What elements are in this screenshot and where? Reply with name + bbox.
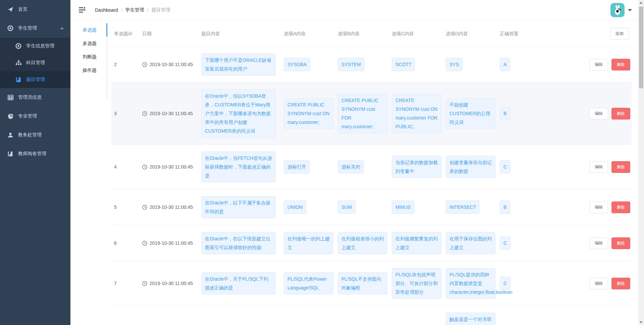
question-content-tag: 在Oracle中，你以SYSDBA登录，CUSTOMER表位于Mary用户方案中… (201, 89, 276, 138)
breadcrumb-current: 题目管理 (151, 7, 170, 13)
sidebar-item-label: 专业管理 (18, 113, 37, 119)
edit-button[interactable]: 编辑 (589, 108, 608, 120)
table-row: 2 2019-10-30 11:00:45 下面哪个用户不是ORACLE缺省安装… (111, 46, 632, 82)
scrollbar-down-arrow-icon[interactable] (640, 321, 642, 323)
tab-single-choice[interactable]: 单选题 (70, 23, 107, 37)
column-header-id: 单选题id (111, 31, 142, 37)
sidebar-item-admin-info[interactable]: 管理员信息 (0, 88, 70, 107)
column-header-answer: 正确答案 (500, 31, 537, 37)
user-avatar[interactable] (610, 3, 625, 17)
correct-answer-tag: C (500, 236, 511, 250)
delete-button[interactable]: 删除 (611, 108, 630, 120)
sidebar-item-label: 科目管理 (26, 60, 45, 66)
vertical-scrollbar[interactable] (638, 0, 644, 325)
question-id: 6 (111, 240, 142, 246)
table-icon (7, 94, 13, 100)
option-d-tag: INTERSECT (446, 200, 480, 214)
breadcrumb-dashboard[interactable]: Dashboard (95, 7, 118, 13)
breadcrumb-separator: / (147, 7, 148, 13)
table-row: 8 2019-10-30 11:00:45 在Oracle中，关于触发器的描述正… (111, 306, 632, 325)
paper-plane-icon (7, 6, 13, 12)
question-date-cell: 2019-10-30 11:00:45 (142, 164, 201, 170)
user-icon (7, 132, 13, 138)
tab-multi-choice[interactable]: 多选题 (70, 37, 107, 50)
table-body: 2 2019-10-30 11:00:45 下面哪个用户不是ORACLE缺省安装… (111, 46, 632, 325)
delete-button[interactable]: 删除 (611, 201, 630, 213)
sidebar-item-major-mgmt[interactable]: 专业管理 (0, 107, 70, 126)
sidebar: 首页 学生管理 学生信息管理 (0, 0, 70, 325)
option-a-tag: 在列值唯一的列上建立 (284, 232, 333, 254)
question-id: 4 (111, 164, 142, 170)
compass-icon (15, 43, 21, 49)
hamburger-icon[interactable] (79, 7, 86, 13)
book-icon (15, 77, 21, 83)
sidebar-item-label: 学生信息管理 (26, 43, 54, 49)
question-id: 2 (111, 62, 142, 67)
edit-button[interactable]: 编辑 (589, 161, 608, 173)
top-header: Dashboard / 学生管理 / 题目管理 (70, 0, 644, 20)
option-c-tag: 在列值频繁重复的列上建立 (392, 232, 441, 254)
scrollbar-up-arrow-icon[interactable] (640, 2, 642, 4)
scrollbar-thumb[interactable] (639, 7, 643, 88)
question-content-tag: 在Oracle中，以下不属于集合操作符的是 (201, 196, 276, 218)
edit-button[interactable]: 编辑 (589, 278, 608, 289)
question-type-tabs: 单选题 多选题 判断题 操作题 (70, 20, 107, 325)
option-d-tag: 创建变量保存当前记录的数据 (446, 156, 495, 178)
table-row: 6 2019-10-30 11:00:45 在Oracle中，在以下情形建立位图… (111, 225, 632, 261)
breadcrumb-student-mgmt[interactable]: 学生管理 (125, 7, 144, 13)
delete-button[interactable]: 删除 (611, 161, 630, 173)
column-header-option-d: 选项D内容 (446, 31, 500, 37)
correct-answer-tag: A (500, 58, 510, 71)
correct-answer-tag: C (500, 277, 511, 290)
chevron-up-icon (60, 27, 64, 29)
sidebar-item-label: 首页 (18, 6, 28, 12)
delete-button[interactable]: 删除 (611, 59, 630, 71)
clock-icon (142, 205, 147, 210)
option-c-tag: SCOTT (392, 58, 415, 71)
sidebar-item-subject-mgmt[interactable]: 科目管理 (0, 54, 70, 71)
pie-chart-icon (7, 113, 13, 119)
question-date-cell: 2019-10-30 11:00:45 (142, 62, 201, 67)
main-content: 单选题 多选题 判断题 操作题 单选题id 日期 题目内容 选项A内容 选项B内… (70, 20, 638, 325)
table-row: 3 2019-10-30 11:00:45 在Oracle中，你以SYSDBA登… (111, 82, 632, 144)
option-a-tag: CREATE PUBLIC SYNONYM cust ON mary.custo… (284, 98, 333, 129)
correct-answer-tag: B (500, 200, 510, 214)
edit-button[interactable]: 编辑 (589, 59, 608, 71)
question-date: 2019-10-30 11:00:45 (150, 62, 193, 67)
sidebar-item-label: 管理员信息 (18, 94, 42, 100)
sidebar-item-question-mgmt[interactable]: 题目管理 (0, 71, 70, 88)
sidebar-item-home[interactable]: 首页 (0, 0, 70, 19)
question-date: 2019-10-30 11:00:45 (150, 204, 193, 210)
question-date-cell: 2019-10-30 11:00:45 (142, 281, 201, 286)
avatar-dropdown-caret[interactable] (628, 9, 632, 11)
question-id: 5 (111, 204, 142, 210)
question-content-tag: 在Oracle中，关于PL/SQL下列描述正确的是 (201, 272, 276, 294)
question-table: 单选题id 日期 题目内容 选项A内容 选项B内容 选项C内容 选项D内容 正确… (107, 20, 638, 325)
question-date: 2019-10-30 11:00:45 (150, 240, 193, 246)
sidebar-item-student-info[interactable]: 学生信息管理 (0, 38, 70, 54)
sidebar-item-grading-mgmt[interactable]: 教师阅卷管理 (0, 144, 70, 163)
edit-button[interactable]: 编辑 (589, 237, 608, 249)
sidebar-item-academic-office[interactable]: 教务处管理 (0, 126, 70, 144)
sidebar-item-student-mgmt[interactable]: 学生管理 (0, 19, 70, 38)
sidebar-submenu-student: 学生信息管理 科目管理 题目管理 (0, 38, 70, 88)
clock-icon (142, 241, 147, 246)
breadcrumb-separator: / (121, 7, 122, 13)
tab-operation[interactable]: 操作题 (70, 63, 107, 77)
add-button[interactable]: 添加 (610, 28, 629, 40)
sidebar-item-label: 题目管理 (26, 77, 45, 83)
delete-button[interactable]: 删除 (611, 278, 630, 289)
correct-answer-tag: C (500, 160, 511, 174)
option-d-tag: SYS (446, 58, 463, 71)
tab-active-bar (106, 23, 107, 37)
breadcrumb: Dashboard / 学生管理 / 题目管理 (95, 7, 170, 13)
sidebar-item-label: 学生管理 (18, 25, 37, 31)
edit-button[interactable]: 编辑 (589, 201, 608, 213)
question-date-cell: 2019-10-30 11:00:45 (142, 111, 201, 116)
question-content-tag: 在Oracle中，在以下情形建立位图索引可以获得较好的性能 (201, 232, 276, 254)
option-c-tag: PL/SQL块包括声明部分、可执行部分和异常处理部分 (392, 268, 441, 299)
question-date-cell: 2019-10-30 11:00:45 (142, 204, 201, 210)
tab-true-false[interactable]: 判断题 (70, 50, 107, 63)
question-date-cell: 2019-10-30 11:00:45 (142, 240, 201, 246)
delete-button[interactable]: 删除 (611, 237, 630, 249)
